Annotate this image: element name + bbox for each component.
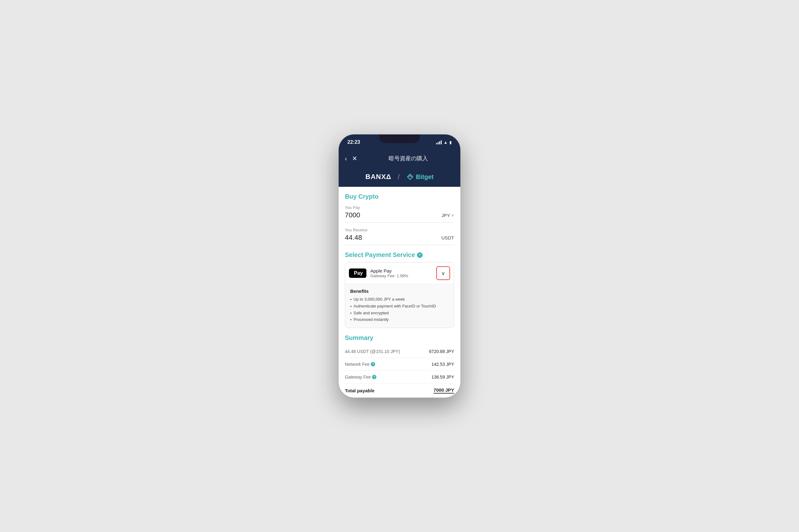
you-receive-row: 44.48 USDT [345,233,454,245]
chevron-down-icon: ∨ [451,213,454,217]
you-pay-label: You Pay [345,205,454,210]
you-pay-value[interactable]: 7000 [345,211,360,219]
payment-card[interactable]: Pay Apple Pay Gateway Fee: 1.99% ∨ Benef… [345,262,454,328]
nav-title: 暗号資産の購入 [362,155,454,162]
status-time: 22:23 [347,139,360,145]
summary-gateway-value: 136.59 JPY [432,375,454,380]
summary-crypto-label: 44.48 USDT (@151.10 JPY) [345,349,400,354]
benefit-item: Authenticate payment with FaceID or Touc… [350,303,449,310]
wifi-icon: ▲ [443,140,448,145]
payment-fee: Gateway Fee: 1.99% [370,273,433,278]
payment-name: Apple Pay [370,268,433,273]
currency-selector-pay[interactable]: JPY ∨ [441,213,454,218]
gateway-fee-info-icon: ? [372,375,376,379]
payment-section-title: Select Payment Service ? [345,251,454,259]
nav-bar: ‹ ✕ 暗号資産の購入 [339,150,460,167]
summary-total-label: Total payable [345,388,375,393]
you-receive-value[interactable]: 44.48 [345,233,362,242]
summary-row-total: Total payable 7000 JPY [345,384,454,397]
you-pay-group: You Pay 7000 JPY ∨ [345,205,454,223]
bitget-icon [406,173,414,181]
summary-row-gateway: Gateway Fee ? 136.59 JPY [345,371,454,384]
currency-selector-receive: USDT [441,235,454,241]
network-fee-info-icon: ? [371,362,375,366]
status-icons: ▲ ▮ [436,140,452,145]
back-button[interactable]: ‹ [345,155,347,162]
you-receive-label: You Receive [345,228,454,232]
signal-icon [436,140,442,145]
payment-info-icon: ? [417,252,423,258]
notch [379,134,420,143]
benefits-title: Benefits [350,288,449,294]
payment-card-header: Pay Apple Pay Gateway Fee: 1.99% ∨ [345,263,454,284]
benefits-box: Benefits Up to 3,000,000 JPY a weekAuthe… [345,284,454,328]
benefits-list: Up to 3,000,000 JPY a weekAuthenticate p… [350,296,449,323]
benefit-item: Processed instantly [350,317,449,323]
header-logos: BANXΔ / Bitget [339,167,460,187]
pay-currency: JPY [441,213,450,218]
benefit-item: Safe and encrypted [350,310,449,317]
summary-crypto-value: 6720.88 JPY [429,349,454,354]
summary-row-network: Network Fee ? 142.53 JPY [345,358,454,371]
summary-network-value: 142.53 JPY [432,362,454,367]
summary-title: Summary [345,334,454,341]
benefit-item: Up to 3,000,000 JPY a week [350,296,449,303]
you-receive-group: You Receive 44.48 USDT [345,228,454,245]
total-underline: 7000 JPY [434,387,454,394]
summary-gateway-label: Gateway Fee ? [345,375,376,380]
you-pay-row: 7000 JPY ∨ [345,211,454,223]
payment-dropdown-button[interactable]: ∨ [436,266,450,280]
summary-total-value: 7000 JPY [434,387,454,394]
chevron-down-icon: ∨ [441,270,445,276]
payment-info: Apple Pay Gateway Fee: 1.99% [370,268,433,278]
banxa-logo: BANXΔ [365,173,392,181]
apple-pay-badge: Pay [349,268,366,278]
bitget-logo: Bitget [406,173,434,181]
summary-row-crypto: 44.48 USDT (@151.10 JPY) 6720.88 JPY [345,345,454,358]
phone-frame: 22:23 ▲ ▮ ‹ ✕ 暗号資産の購入 BANXΔ / [339,134,460,398]
buy-crypto-title: Buy Crypto [345,193,454,200]
content-area: Buy Crypto You Pay 7000 JPY ∨ You Receiv… [339,187,460,398]
status-bar: 22:23 ▲ ▮ [339,134,460,150]
battery-icon: ▮ [450,140,452,145]
logo-divider: / [398,172,400,181]
receive-currency: USDT [441,235,454,241]
summary-network-label: Network Fee ? [345,362,375,367]
close-button[interactable]: ✕ [352,155,357,162]
apple-pay-text: Pay [354,270,363,276]
phone-inner: 22:23 ▲ ▮ ‹ ✕ 暗号資産の購入 BANXΔ / [339,134,460,398]
